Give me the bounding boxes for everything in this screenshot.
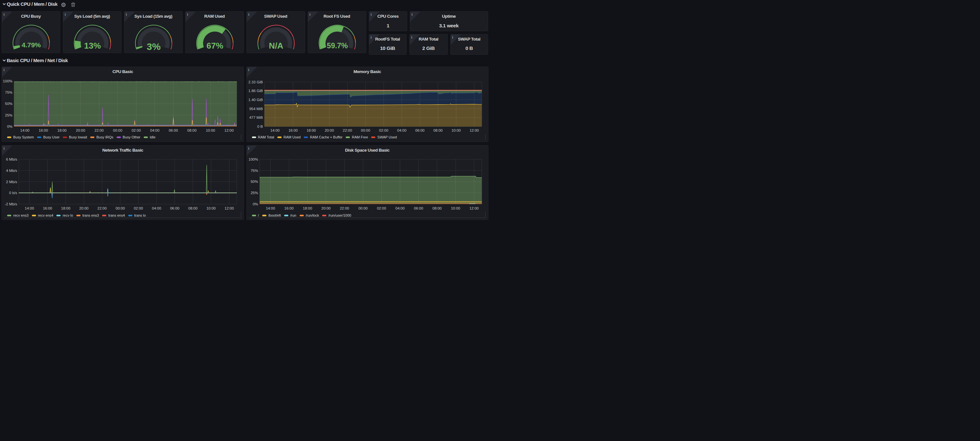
svg-text:12:00: 12:00 [469,206,479,210]
svg-text:16:00: 16:00 [288,128,298,132]
svg-text:2 Mb/s: 2 Mb/s [6,180,18,184]
svg-text:22:00: 22:00 [94,128,104,132]
svg-text:20:00: 20:00 [325,128,334,132]
svg-text:1.40 GiB: 1.40 GiB [248,98,263,102]
svg-text:75%: 75% [5,90,13,94]
svg-text:6 Mb/s: 6 Mb/s [6,157,18,161]
svg-text:10:00: 10:00 [451,128,461,132]
svg-text:1.86 GiB: 1.86 GiB [248,89,263,93]
svg-text:02:00: 02:00 [379,128,388,132]
svg-text:14:00: 14:00 [20,128,30,132]
svg-text:04:00: 04:00 [150,128,159,132]
svg-text:100%: 100% [248,157,258,161]
svg-text:12:00: 12:00 [224,206,234,210]
svg-text:20:00: 20:00 [321,206,331,210]
svg-text:16:00: 16:00 [39,128,48,132]
svg-text:100%: 100% [3,79,12,83]
svg-text:20:00: 20:00 [79,206,89,210]
svg-text:08:00: 08:00 [188,206,197,210]
svg-text:-2 Mb/s: -2 Mb/s [5,202,18,206]
svg-text:14:00: 14:00 [25,206,34,210]
svg-text:67%: 67% [207,41,223,51]
svg-text:12:00: 12:00 [224,128,234,132]
svg-text:2.33 GiB: 2.33 GiB [248,80,263,84]
svg-text:18:00: 18:00 [306,128,316,132]
svg-text:06:00: 06:00 [414,206,423,210]
svg-text:954 MiB: 954 MiB [249,107,262,111]
svg-text:00:00: 00:00 [113,128,123,132]
svg-text:00:00: 00:00 [361,128,370,132]
svg-text:16:00: 16:00 [43,206,52,210]
svg-text:02:00: 02:00 [377,206,386,210]
svg-text:22:00: 22:00 [97,206,107,210]
svg-text:16:00: 16:00 [284,206,293,210]
svg-text:50%: 50% [250,179,258,184]
svg-text:14:00: 14:00 [266,206,275,210]
svg-text:18:00: 18:00 [303,206,312,210]
svg-text:22:00: 22:00 [343,128,352,132]
svg-text:10:00: 10:00 [451,206,460,210]
svg-text:N/A: N/A [269,41,283,51]
svg-text:02:00: 02:00 [131,128,141,132]
svg-text:18:00: 18:00 [57,128,67,132]
svg-text:25%: 25% [250,191,258,195]
svg-text:02:00: 02:00 [134,206,143,210]
svg-text:0%: 0% [7,124,13,128]
svg-text:08:00: 08:00 [187,128,197,132]
svg-text:50%: 50% [5,102,13,106]
svg-text:477 MiB: 477 MiB [249,116,262,119]
svg-text:12:00: 12:00 [469,128,479,132]
svg-text:08:00: 08:00 [432,206,442,210]
svg-text:3%: 3% [146,41,161,52]
svg-text:08:00: 08:00 [433,128,443,132]
svg-text:22:00: 22:00 [340,206,349,210]
svg-text:0%: 0% [253,202,258,206]
svg-text:0 b/s: 0 b/s [9,191,17,195]
svg-text:18:00: 18:00 [61,206,70,210]
svg-text:4 Mb/s: 4 Mb/s [6,169,18,173]
svg-text:14:00: 14:00 [270,128,280,132]
svg-text:04:00: 04:00 [395,206,405,210]
svg-text:20:00: 20:00 [76,128,85,132]
svg-text:00:00: 00:00 [358,206,368,210]
svg-text:10:00: 10:00 [207,206,216,210]
svg-text:75%: 75% [250,169,258,173]
svg-text:13%: 13% [84,41,101,51]
svg-text:04:00: 04:00 [152,206,161,210]
svg-text:25%: 25% [5,113,13,117]
svg-text:4.79%: 4.79% [22,41,41,49]
svg-text:59.7%: 59.7% [327,41,348,50]
svg-text:10:00: 10:00 [206,128,215,132]
svg-text:06:00: 06:00 [415,128,425,132]
svg-text:04:00: 04:00 [397,128,406,132]
svg-text:00:00: 00:00 [116,206,125,210]
svg-text:06:00: 06:00 [169,128,178,132]
svg-text:06:00: 06:00 [170,206,180,210]
svg-text:0 B: 0 B [257,125,263,128]
